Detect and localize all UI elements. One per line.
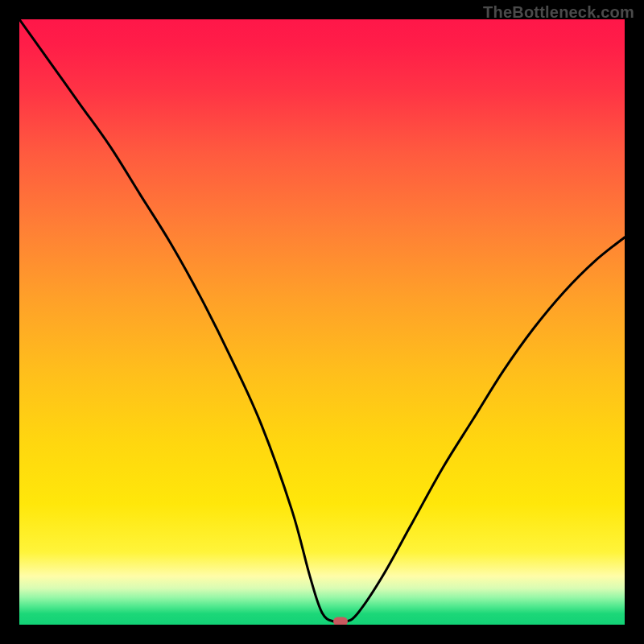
watermark-text: TheBottleneck.com (483, 3, 634, 22)
bottleneck-marker (333, 617, 348, 625)
bottleneck-curve (19, 19, 625, 623)
chart-frame: TheBottleneck.com (0, 0, 644, 644)
plot-area (19, 19, 625, 625)
curve-svg (19, 19, 625, 625)
